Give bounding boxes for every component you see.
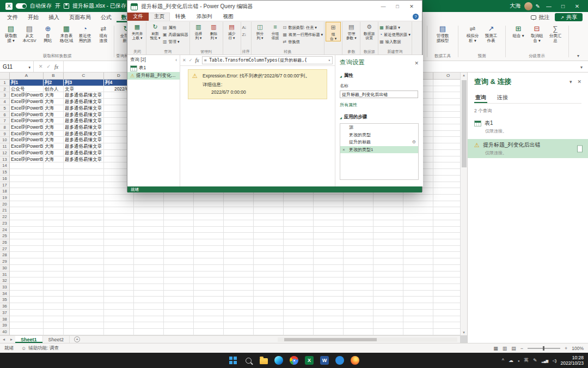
row-header-19[interactable]: 19 <box>0 195 10 201</box>
accessibility-checker[interactable]: 辅助功能: 调查 <box>21 345 59 352</box>
vertical-scroll-thumb[interactable] <box>462 80 467 167</box>
cell-B38[interactable] <box>44 316 64 323</box>
pq-query-item[interactable]: ⚠提升标题_列变化后出错 <box>127 72 180 80</box>
cell-H40[interactable] <box>224 329 254 335</box>
row-header-11[interactable]: 11 <box>0 143 10 150</box>
collapse-pane-icon[interactable] <box>175 57 177 63</box>
cell-B28[interactable] <box>44 252 64 258</box>
cell-E40[interactable] <box>134 329 164 335</box>
row-header-39[interactable]: 39 <box>0 322 10 329</box>
pq-properties-section[interactable]: 属性 <box>335 73 423 79</box>
excel-app-icon[interactable] <box>5 3 13 10</box>
cell-B25[interactable] <box>44 233 64 239</box>
edge-icon[interactable] <box>273 354 285 366</box>
cell-F40[interactable] <box>164 329 194 335</box>
cell-L40[interactable] <box>344 329 373 335</box>
cell-L35[interactable] <box>344 297 373 303</box>
cell-B14[interactable] <box>44 162 64 169</box>
cell-M26[interactable] <box>373 239 403 246</box>
cell-A33[interactable] <box>10 284 44 291</box>
cell-C7[interactable]: 超多通俗易懂文章 <box>64 118 104 124</box>
sheet-tab-sheet1[interactable]: Sheet1 <box>15 336 43 343</box>
cell-H30[interactable] <box>224 265 254 272</box>
pq-steps-section[interactable]: 应用的步骤 <box>335 114 423 120</box>
column-header-C[interactable]: C <box>64 73 104 79</box>
page-break-view-icon[interactable]: ▤ <box>511 346 516 351</box>
cell-B11[interactable]: 大海 <box>44 143 64 150</box>
whatif-button[interactable]: ⇌模拟分 析 ▾ <box>463 23 482 43</box>
cell-J20[interactable] <box>284 201 314 208</box>
cell-L39[interactable] <box>344 322 373 329</box>
horizontal-scroll-thumb[interactable] <box>284 338 377 341</box>
save-icon[interactable] <box>64 3 69 9</box>
cell-E35[interactable] <box>134 297 164 303</box>
taskbar-clock[interactable]: 10:28 2022/10/23 <box>560 355 584 366</box>
cell-A8[interactable]: Excel到PowerBI <box>10 124 44 131</box>
cell-L36[interactable] <box>344 303 373 310</box>
pq-cancel-icon[interactable]: ✕ <box>182 58 186 63</box>
cell-F27[interactable] <box>164 246 194 252</box>
row-header-13[interactable]: 13 <box>0 156 10 163</box>
ime-indicator[interactable]: 英 <box>524 357 529 364</box>
cell-I31[interactable] <box>254 272 284 278</box>
cell-C33[interactable] <box>64 284 104 291</box>
cell-F26[interactable] <box>164 239 194 246</box>
cell-E37[interactable] <box>134 310 164 316</box>
cell-C12[interactable]: 超多通俗易懂文章 <box>64 150 104 156</box>
cell-E23[interactable] <box>134 220 164 227</box>
edit-mode-icon[interactable] <box>536 3 540 9</box>
cell-O39[interactable] <box>433 322 460 329</box>
row-header-18[interactable]: 18 <box>0 188 10 195</box>
row-header-25[interactable]: 25 <box>0 233 10 239</box>
add-sheet-button[interactable]: + <box>74 336 80 342</box>
cell-J24[interactable] <box>284 227 314 233</box>
cell-O25[interactable] <box>433 233 460 239</box>
cell-O15[interactable] <box>433 169 460 176</box>
close-button[interactable]: ✕ <box>572 3 583 9</box>
cell-I28[interactable] <box>254 252 284 258</box>
cell-O37[interactable] <box>433 310 460 316</box>
cell-O38[interactable] <box>433 316 460 323</box>
cell-A38[interactable] <box>10 316 44 323</box>
cell-O28[interactable] <box>433 252 460 258</box>
cell-A27[interactable] <box>10 246 44 252</box>
cell-B6[interactable]: 大海 <box>44 112 64 118</box>
cell-I34[interactable] <box>254 291 284 297</box>
cell-O32[interactable] <box>433 277 460 284</box>
row-header-32[interactable]: 32 <box>0 277 10 284</box>
cell-K28[interactable] <box>314 252 344 258</box>
cell-D40[interactable] <box>104 329 134 335</box>
row-header-30[interactable]: 30 <box>0 265 10 272</box>
cell-G35[interactable] <box>194 297 224 303</box>
cell-B1[interactable]: 列2 <box>44 80 64 86</box>
cell-A1[interactable]: 列1 <box>10 80 44 86</box>
cell-K40[interactable] <box>314 329 344 335</box>
cell-F32[interactable] <box>164 277 194 284</box>
pq-close-button[interactable]: ✕ <box>405 4 419 9</box>
cell-M39[interactable] <box>373 322 403 329</box>
cell-D19[interactable] <box>104 195 134 201</box>
panel-tab-connections[interactable]: 连接 <box>496 92 509 103</box>
cell-C17[interactable] <box>64 182 104 189</box>
cell-N26[interactable] <box>403 239 433 246</box>
data-model-button[interactable]: ▤管理数 据模型 <box>433 23 452 43</box>
cell-K26[interactable] <box>314 239 344 246</box>
ribbon-tab-home[interactable]: 开始 <box>23 12 44 22</box>
applied-step[interactable]: 提升的标题⚙ <box>340 138 418 146</box>
cell-A12[interactable]: Excel到PowerBI <box>10 150 44 156</box>
cell-G26[interactable] <box>194 239 224 246</box>
cell-A19[interactable] <box>10 195 44 201</box>
cell-N21[interactable] <box>403 207 433 214</box>
cell-N39[interactable] <box>403 322 433 329</box>
cell-M37[interactable] <box>373 310 403 316</box>
cell-N37[interactable] <box>403 310 433 316</box>
globe-button[interactable]: ⊕自 网站 <box>39 23 57 43</box>
cell-M40[interactable] <box>373 329 403 335</box>
cell-C38[interactable] <box>64 316 104 323</box>
cell-F38[interactable] <box>164 316 194 323</box>
cell-H20[interactable] <box>224 201 254 208</box>
cell-K29[interactable] <box>314 258 344 265</box>
ribbon-tab-formulas[interactable]: 公式 <box>96 12 117 22</box>
cell-M20[interactable] <box>373 201 403 208</box>
cell-G38[interactable] <box>194 316 224 323</box>
